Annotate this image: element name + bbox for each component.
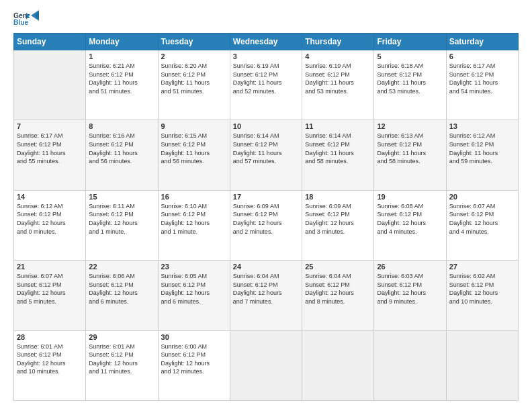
calendar-week-row: 14Sunrise: 6:12 AMSunset: 6:12 PMDayligh… [14, 190, 519, 260]
day-info: Sunrise: 6:05 AMSunset: 6:12 PMDaylight:… [161, 272, 227, 306]
day-info: Sunrise: 6:07 AMSunset: 6:12 PMDaylight:… [17, 272, 83, 306]
day-info: Sunrise: 6:12 AMSunset: 6:12 PMDaylight:… [17, 202, 83, 236]
day-number: 16 [161, 193, 227, 201]
calendar-cell: 13Sunrise: 6:12 AMSunset: 6:12 PMDayligh… [446, 120, 518, 190]
day-number: 29 [89, 333, 154, 341]
day-number: 21 [17, 263, 83, 271]
calendar-cell: 29Sunrise: 6:01 AMSunset: 6:12 PMDayligh… [86, 330, 158, 400]
calendar-cell: 26Sunrise: 6:03 AMSunset: 6:12 PMDayligh… [374, 261, 446, 330]
col-header-saturday: Saturday [446, 34, 518, 50]
day-info: Sunrise: 6:16 AMSunset: 6:12 PMDaylight:… [89, 132, 154, 165]
day-info: Sunrise: 6:19 AMSunset: 6:12 PMDaylight:… [305, 62, 371, 95]
day-number: 3 [233, 52, 299, 60]
calendar-cell: 24Sunrise: 6:04 AMSunset: 6:12 PMDayligh… [230, 261, 302, 330]
calendar-cell: 7Sunrise: 6:17 AMSunset: 6:12 PMDaylight… [14, 120, 86, 190]
calendar-cell: 12Sunrise: 6:13 AMSunset: 6:12 PMDayligh… [374, 120, 446, 190]
day-number: 19 [377, 193, 443, 201]
day-number: 24 [233, 263, 299, 271]
col-header-friday: Friday [374, 34, 446, 50]
calendar-cell: 9Sunrise: 6:15 AMSunset: 6:12 PMDaylight… [158, 120, 230, 190]
calendar-cell: 19Sunrise: 6:08 AMSunset: 6:12 PMDayligh… [374, 190, 446, 260]
col-header-wednesday: Wednesday [230, 34, 302, 50]
day-number: 18 [305, 193, 371, 201]
calendar-cell: 10Sunrise: 6:14 AMSunset: 6:12 PMDayligh… [230, 120, 302, 190]
calendar-cell [446, 330, 518, 400]
header: General Blue [13, 10, 519, 26]
day-number: 27 [449, 263, 515, 271]
calendar-cell: 1Sunrise: 6:21 AMSunset: 6:12 PMDaylight… [86, 50, 158, 120]
day-info: Sunrise: 6:04 AMSunset: 6:12 PMDaylight:… [305, 272, 371, 306]
calendar-cell: 4Sunrise: 6:19 AMSunset: 6:12 PMDaylight… [302, 50, 374, 120]
day-info: Sunrise: 6:04 AMSunset: 6:12 PMDaylight:… [233, 272, 299, 306]
calendar-week-row: 7Sunrise: 6:17 AMSunset: 6:12 PMDaylight… [14, 120, 519, 190]
day-number: 25 [305, 263, 371, 271]
day-number: 28 [17, 333, 83, 341]
calendar-cell: 27Sunrise: 6:02 AMSunset: 6:12 PMDayligh… [446, 261, 518, 330]
day-info: Sunrise: 6:09 AMSunset: 6:12 PMDaylight:… [233, 202, 299, 236]
day-number: 10 [233, 122, 299, 130]
day-number: 7 [17, 122, 83, 130]
day-info: Sunrise: 6:01 AMSunset: 6:12 PMDaylight:… [89, 342, 154, 376]
day-number: 2 [161, 52, 227, 60]
day-info: Sunrise: 6:12 AMSunset: 6:12 PMDaylight:… [449, 132, 515, 165]
calendar-cell: 18Sunrise: 6:09 AMSunset: 6:12 PMDayligh… [302, 190, 374, 260]
calendar-cell [14, 50, 86, 120]
day-number: 15 [89, 193, 154, 201]
day-info: Sunrise: 6:08 AMSunset: 6:12 PMDaylight:… [377, 202, 443, 236]
calendar-cell: 20Sunrise: 6:07 AMSunset: 6:12 PMDayligh… [446, 190, 518, 260]
day-number: 4 [305, 52, 371, 60]
calendar-cell: 28Sunrise: 6:01 AMSunset: 6:12 PMDayligh… [14, 330, 86, 400]
calendar-table: SundayMondayTuesdayWednesdayThursdayFrid… [13, 33, 519, 401]
calendar-cell: 2Sunrise: 6:20 AMSunset: 6:12 PMDaylight… [158, 50, 230, 120]
calendar-header-row: SundayMondayTuesdayWednesdayThursdayFrid… [14, 34, 519, 50]
day-info: Sunrise: 6:21 AMSunset: 6:12 PMDaylight:… [89, 62, 154, 95]
day-number: 30 [161, 333, 227, 341]
calendar-cell: 16Sunrise: 6:10 AMSunset: 6:12 PMDayligh… [158, 190, 230, 260]
calendar-cell [230, 330, 302, 400]
col-header-thursday: Thursday [302, 34, 374, 50]
day-number: 22 [89, 263, 154, 271]
day-info: Sunrise: 6:11 AMSunset: 6:12 PMDaylight:… [89, 202, 154, 236]
calendar-cell: 3Sunrise: 6:19 AMSunset: 6:12 PMDaylight… [230, 50, 302, 120]
day-info: Sunrise: 6:18 AMSunset: 6:12 PMDaylight:… [377, 62, 443, 95]
day-info: Sunrise: 6:00 AMSunset: 6:12 PMDaylight:… [161, 342, 227, 376]
day-info: Sunrise: 6:07 AMSunset: 6:12 PMDaylight:… [449, 202, 515, 236]
day-number: 1 [89, 52, 154, 60]
day-number: 11 [305, 122, 371, 130]
day-info: Sunrise: 6:17 AMSunset: 6:12 PMDaylight:… [449, 62, 515, 95]
col-header-monday: Monday [86, 34, 158, 50]
day-number: 12 [377, 122, 443, 130]
day-number: 26 [377, 263, 443, 271]
day-info: Sunrise: 6:14 AMSunset: 6:12 PMDaylight:… [233, 132, 299, 165]
day-info: Sunrise: 6:10 AMSunset: 6:12 PMDaylight:… [161, 202, 227, 236]
calendar-cell [374, 330, 446, 400]
day-info: Sunrise: 6:15 AMSunset: 6:12 PMDaylight:… [161, 132, 227, 165]
col-header-sunday: Sunday [14, 34, 86, 50]
day-info: Sunrise: 6:02 AMSunset: 6:12 PMDaylight:… [449, 272, 515, 306]
calendar-week-row: 28Sunrise: 6:01 AMSunset: 6:12 PMDayligh… [14, 330, 519, 400]
calendar-week-row: 21Sunrise: 6:07 AMSunset: 6:12 PMDayligh… [14, 261, 519, 330]
calendar-cell: 11Sunrise: 6:14 AMSunset: 6:12 PMDayligh… [302, 120, 374, 190]
calendar-cell: 23Sunrise: 6:05 AMSunset: 6:12 PMDayligh… [158, 261, 230, 330]
calendar-cell: 15Sunrise: 6:11 AMSunset: 6:12 PMDayligh… [86, 190, 158, 260]
day-info: Sunrise: 6:20 AMSunset: 6:12 PMDaylight:… [161, 62, 227, 95]
logo-arrow-icon [30, 9, 43, 22]
day-number: 5 [377, 52, 443, 60]
day-number: 6 [449, 52, 515, 60]
day-info: Sunrise: 6:19 AMSunset: 6:12 PMDaylight:… [233, 62, 299, 95]
calendar-cell [302, 330, 374, 400]
day-info: Sunrise: 6:09 AMSunset: 6:12 PMDaylight:… [305, 202, 371, 236]
day-info: Sunrise: 6:03 AMSunset: 6:12 PMDaylight:… [377, 272, 443, 306]
day-number: 8 [89, 122, 154, 130]
logo-icon: General Blue [13, 10, 30, 26]
day-info: Sunrise: 6:14 AMSunset: 6:12 PMDaylight:… [305, 132, 371, 165]
calendar-cell: 21Sunrise: 6:07 AMSunset: 6:12 PMDayligh… [14, 261, 86, 330]
calendar-cell: 22Sunrise: 6:06 AMSunset: 6:12 PMDayligh… [86, 261, 158, 330]
page: General Blue SundayMondayTuesdayWednesda… [0, 0, 532, 411]
day-number: 9 [161, 122, 227, 130]
day-info: Sunrise: 6:17 AMSunset: 6:12 PMDaylight:… [17, 132, 83, 165]
day-info: Sunrise: 6:01 AMSunset: 6:12 PMDaylight:… [17, 342, 83, 376]
svg-text:Blue: Blue [13, 19, 29, 26]
day-number: 13 [449, 122, 515, 130]
day-number: 20 [449, 193, 515, 201]
